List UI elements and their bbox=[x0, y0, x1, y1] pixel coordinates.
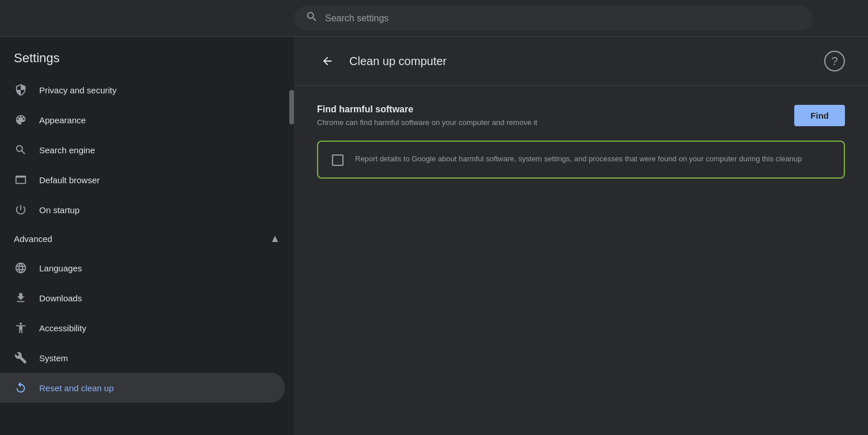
sidebar-item-on-startup-label: On startup bbox=[39, 205, 80, 215]
top-bar bbox=[0, 0, 868, 37]
browser-icon bbox=[14, 173, 28, 187]
sidebar-item-search-engine[interactable]: Search engine bbox=[0, 135, 285, 165]
sidebar-item-system-label: System bbox=[39, 353, 68, 363]
sidebar-item-accessibility-label: Accessibility bbox=[39, 323, 86, 333]
find-section-text: Find harmful software Chrome can find ha… bbox=[317, 104, 537, 127]
content-area: Clean up computer ? Find harmful softwar… bbox=[294, 37, 868, 435]
reset-icon bbox=[14, 381, 28, 395]
shield-icon bbox=[14, 83, 28, 97]
scrollbar-indicator bbox=[289, 90, 294, 124]
chevron-up-icon: ▲ bbox=[270, 233, 280, 245]
sidebar-item-languages-label: Languages bbox=[39, 263, 82, 273]
content-header-left: Clean up computer bbox=[317, 51, 447, 71]
find-section-description: Chrome can find harmful software on your… bbox=[317, 118, 537, 127]
sidebar-item-reset-label: Reset and clean up bbox=[39, 383, 114, 393]
advanced-label: Advanced bbox=[14, 234, 52, 244]
sidebar-item-default-browser[interactable]: Default browser bbox=[0, 165, 285, 195]
accessibility-icon bbox=[14, 321, 28, 335]
sidebar-title: Settings bbox=[0, 37, 294, 75]
search-engine-icon bbox=[14, 143, 28, 157]
wrench-icon bbox=[14, 351, 28, 365]
power-icon bbox=[14, 203, 28, 217]
sidebar-item-appearance[interactable]: Appearance bbox=[0, 105, 285, 135]
search-container bbox=[294, 6, 813, 31]
report-card: Report details to Google about harmful s… bbox=[317, 141, 845, 179]
report-text: Report details to Google about harmful s… bbox=[355, 153, 802, 165]
sidebar-item-on-startup[interactable]: On startup bbox=[0, 195, 285, 225]
find-section-heading: Find harmful software bbox=[317, 104, 537, 115]
content-body: Find harmful software Chrome can find ha… bbox=[294, 86, 868, 197]
sidebar-item-reset[interactable]: Reset and clean up bbox=[0, 373, 285, 403]
globe-icon bbox=[14, 261, 28, 275]
find-button[interactable]: Find bbox=[794, 105, 845, 126]
download-icon bbox=[14, 291, 28, 305]
sidebar-item-languages[interactable]: Languages bbox=[0, 253, 285, 283]
sidebar-item-search-engine-label: Search engine bbox=[39, 145, 95, 155]
main-layout: Settings Privacy and security Appearance… bbox=[0, 37, 868, 435]
content-title: Clean up computer bbox=[349, 55, 447, 68]
sidebar-item-downloads[interactable]: Downloads bbox=[0, 283, 285, 313]
find-harmful-section: Find harmful software Chrome can find ha… bbox=[317, 104, 845, 127]
content-header: Clean up computer ? bbox=[294, 37, 868, 86]
help-icon: ? bbox=[831, 55, 837, 68]
sidebar-item-appearance-label: Appearance bbox=[39, 115, 86, 125]
search-icon bbox=[305, 10, 318, 26]
advanced-section-header[interactable]: Advanced ▲ bbox=[0, 225, 294, 253]
sidebar: Settings Privacy and security Appearance… bbox=[0, 37, 294, 435]
sidebar-item-default-browser-label: Default browser bbox=[39, 175, 100, 185]
sidebar-item-privacy[interactable]: Privacy and security bbox=[0, 75, 285, 105]
sidebar-item-downloads-label: Downloads bbox=[39, 293, 82, 303]
sidebar-item-system[interactable]: System bbox=[0, 343, 285, 373]
help-button[interactable]: ? bbox=[824, 51, 845, 71]
report-checkbox[interactable] bbox=[332, 154, 344, 166]
sidebar-item-accessibility[interactable]: Accessibility bbox=[0, 313, 285, 343]
back-button[interactable] bbox=[317, 51, 338, 71]
sidebar-item-privacy-label: Privacy and security bbox=[39, 85, 116, 95]
search-input[interactable] bbox=[325, 13, 801, 24]
palette-icon bbox=[14, 113, 28, 127]
